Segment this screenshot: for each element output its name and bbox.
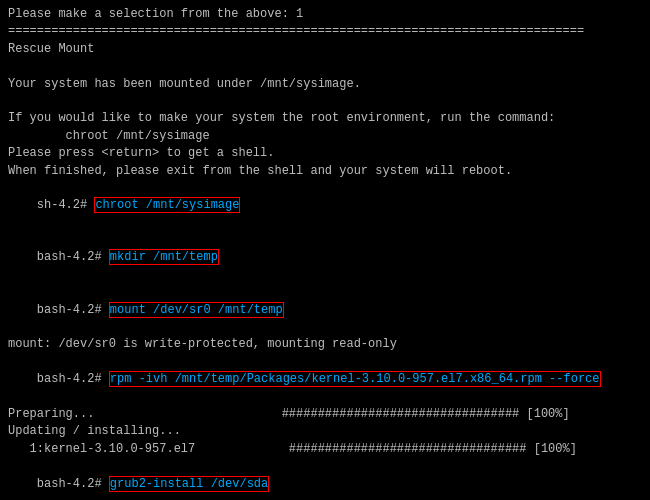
line-preparing: Preparing... ###########################… bbox=[8, 406, 642, 423]
line-empty2 bbox=[8, 93, 642, 110]
line-press-return: Please press <return> to get a shell. bbox=[8, 145, 642, 162]
line-cmd-rpm: bash-4.2# rpm -ivh /mnt/temp/Packages/ke… bbox=[8, 354, 642, 406]
cmd-chroot: chroot /mnt/sysimage bbox=[94, 197, 240, 213]
terminal-window[interactable]: Please make a selection from the above: … bbox=[0, 0, 650, 500]
prompt-5: bash-4.2# bbox=[37, 477, 109, 491]
prompt-4: bash-4.2# bbox=[37, 372, 109, 386]
prompt-3: bash-4.2# bbox=[37, 303, 109, 317]
line-rescue-mount: Rescue Mount bbox=[8, 41, 642, 58]
line-empty1 bbox=[8, 58, 642, 75]
line-cmd-chroot: sh-4.2# chroot /mnt/sysimage bbox=[8, 180, 642, 232]
cmd-rpm: rpm -ivh /mnt/temp/Packages/kernel-3.10.… bbox=[109, 371, 601, 387]
line-mounted: Your system has been mounted under /mnt/… bbox=[8, 76, 642, 93]
line-updating: Updating / installing... bbox=[8, 423, 642, 440]
line-if-like: If you would like to make your system th… bbox=[8, 110, 642, 127]
line-selection: Please make a selection from the above: … bbox=[8, 6, 642, 23]
cmd-mount: mount /dev/sr0 /mnt/temp bbox=[109, 302, 284, 318]
line-cmd-grub2-install: bash-4.2# grub2-install /dev/sda bbox=[8, 458, 642, 500]
prompt-2: bash-4.2# bbox=[37, 250, 109, 264]
cmd-grub2-install: grub2-install /dev/sda bbox=[109, 476, 269, 492]
prompt-1: sh-4.2# bbox=[37, 198, 95, 212]
line-mount-readonly: mount: /dev/sr0 is write-protected, moun… bbox=[8, 336, 642, 353]
line-chroot-info: chroot /mnt/sysimage bbox=[8, 128, 642, 145]
line-when-finished: When finished, please exit from the shel… bbox=[8, 163, 642, 180]
line-kernel-install: 1:kernel-3.10.0-957.el7 ################… bbox=[8, 441, 642, 458]
line-cmd-mkdir: bash-4.2# mkdir /mnt/temp bbox=[8, 232, 642, 284]
line-cmd-mount: bash-4.2# mount /dev/sr0 /mnt/temp bbox=[8, 284, 642, 336]
line-divider: ========================================… bbox=[8, 23, 642, 40]
cmd-mkdir: mkdir /mnt/temp bbox=[109, 249, 219, 265]
